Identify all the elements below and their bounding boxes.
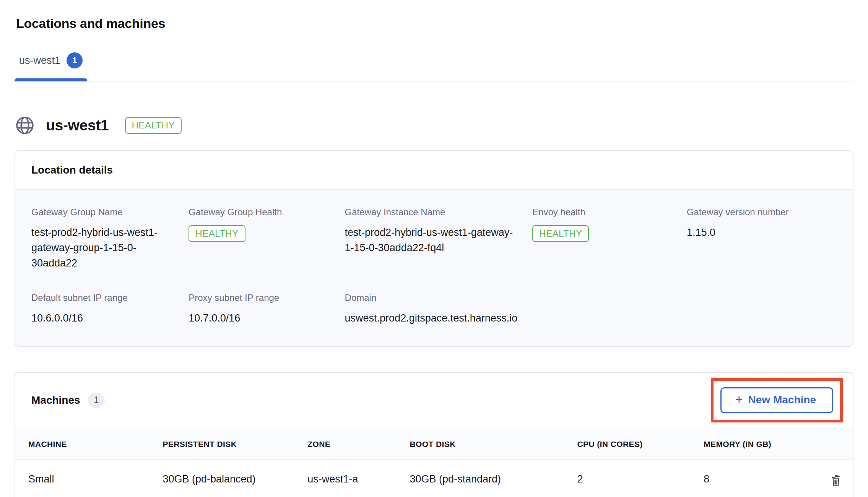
annotation-highlight-box: + New Machine — [711, 378, 843, 422]
cell-actions — [816, 460, 853, 497]
col-persistent-disk: PERSISTENT DISK — [163, 429, 307, 460]
field-label: Envoy health — [532, 207, 675, 218]
col-actions — [816, 429, 853, 460]
new-machine-label: New Machine — [748, 394, 816, 406]
location-details-grid: Gateway Group Name test-prod2-hybrid-us-… — [31, 207, 837, 326]
field-gateway-group-health: Gateway Group Health HEALTHY — [189, 207, 333, 271]
field-value: 10.7.0.0/16 — [189, 311, 326, 326]
machines-table-header-row: MACHINE PERSISTENT DISK ZONE BOOT DISK C… — [15, 429, 853, 460]
location-details-title: Location details — [31, 164, 837, 176]
location-details-card: Location details Gateway Group Name test… — [15, 150, 853, 347]
field-gateway-group-name: Gateway Group Name test-prod2-hybrid-us-… — [31, 207, 177, 271]
field-proxy-subnet: Proxy subnet IP range 10.7.0.0/16 — [189, 292, 333, 326]
envoy-health-badge: HEALTHY — [532, 225, 589, 242]
cell-memory: 8 — [704, 460, 816, 497]
globe-icon — [15, 115, 35, 136]
delete-machine-button[interactable] — [829, 473, 843, 488]
plus-icon: + — [735, 392, 743, 406]
machines-header: Machines 1 + New Machine — [15, 373, 853, 429]
page: Locations and machines us-west1 1 us-wes… — [0, 0, 868, 497]
location-header: us-west1 HEALTHY — [15, 115, 853, 136]
field-label: Gateway Group Health — [189, 207, 333, 218]
field-envoy-health: Envoy health HEALTHY — [532, 207, 675, 271]
machines-title-wrap: Machines 1 — [31, 393, 105, 408]
field-label: Gateway Instance Name — [345, 207, 521, 218]
field-default-subnet: Default subnet IP range 10.6.0.0/16 — [31, 292, 177, 326]
cell-machine: Small — [15, 460, 163, 497]
cell-cpu: 2 — [577, 460, 704, 497]
tab-label: us-west1 — [19, 55, 60, 67]
location-details-body: Gateway Group Name test-prod2-hybrid-us-… — [15, 189, 853, 346]
cell-persistent-disk: 30GB (pd-balanced) — [163, 460, 307, 497]
machine-row-small[interactable]: Small 30GB (pd-balanced) us-west1-a 30GB… — [15, 460, 853, 497]
col-memory: MEMORY (IN GB) — [704, 429, 816, 460]
page-title: Locations and machines — [15, 16, 853, 31]
location-name: us-west1 — [46, 117, 109, 134]
field-value: test-prod2-hybrid-us-west1-gateway-group… — [31, 225, 169, 271]
field-label: Gateway Group Name — [31, 207, 177, 218]
tab-bar: us-west1 1 — [15, 52, 853, 81]
machines-count-badge: 1 — [88, 393, 105, 408]
trash-icon — [829, 473, 843, 488]
field-label: Proxy subnet IP range — [189, 292, 333, 303]
field-label: Domain — [345, 292, 675, 303]
field-value: uswest.prod2.gitspace.test.harness.io — [345, 311, 675, 326]
col-machine: MACHINE — [15, 429, 163, 460]
col-boot-disk: BOOT DISK — [410, 429, 577, 460]
machines-card: Machines 1 + New Machine MACHINE PERSIST… — [15, 372, 853, 497]
tab-count-badge: 1 — [67, 52, 83, 68]
field-gateway-version: Gateway version number 1.15.0 — [687, 207, 837, 271]
location-status-badge: HEALTHY — [125, 117, 182, 134]
field-value: 10.6.0.0/16 — [31, 311, 169, 326]
field-gateway-instance-name: Gateway Instance Name test-prod2-hybrid-… — [345, 207, 521, 271]
field-label: Default subnet IP range — [31, 292, 177, 303]
field-value: 1.15.0 — [687, 225, 824, 240]
field-label: Gateway version number — [687, 207, 837, 218]
machines-title: Machines — [31, 394, 80, 406]
new-machine-button[interactable]: + New Machine — [720, 387, 833, 413]
gateway-group-health-badge: HEALTHY — [189, 225, 245, 242]
field-domain: Domain uswest.prod2.gitspace.test.harnes… — [345, 292, 675, 326]
tab-us-west1[interactable]: us-west1 1 — [15, 52, 87, 81]
field-value: test-prod2-hybrid-us-west1-gateway-1-15-… — [345, 225, 521, 256]
col-cpu: CPU (IN CORES) — [577, 429, 704, 460]
location-details-header: Location details — [15, 151, 853, 189]
machines-table: MACHINE PERSISTENT DISK ZONE BOOT DISK C… — [15, 429, 853, 497]
col-zone: ZONE — [307, 429, 410, 460]
cell-boot-disk: 30GB (pd-standard) — [410, 460, 577, 497]
cell-zone: us-west1-a — [307, 460, 410, 497]
